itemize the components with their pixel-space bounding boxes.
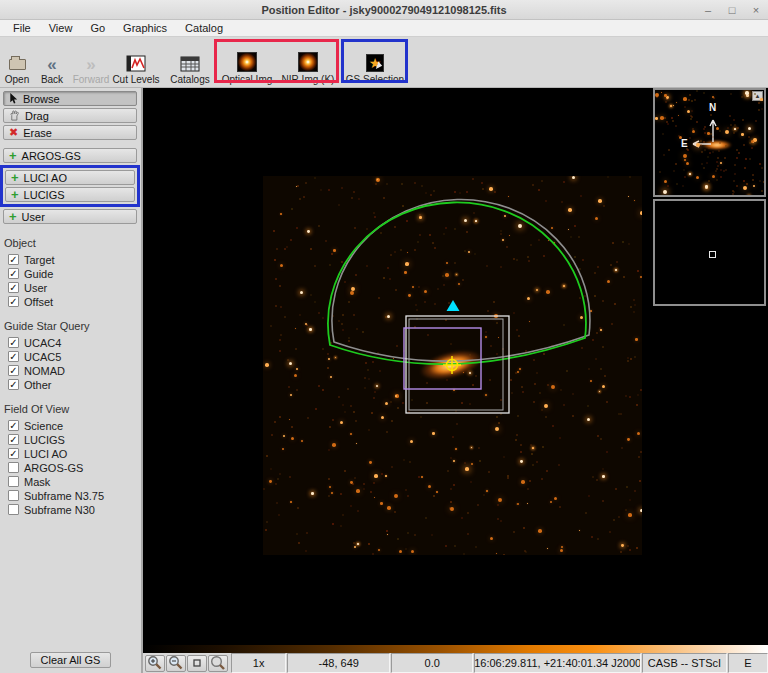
- section-title: Field Of View: [0, 403, 141, 415]
- forward-icon: »: [86, 58, 95, 72]
- add-luci-ao-button[interactable]: + LUCI AO: [5, 170, 135, 185]
- field-of-view-section: Field Of View Science LUCIGS LUCI AO ARG…: [0, 403, 141, 517]
- checkbox-user[interactable]: User: [0, 281, 141, 294]
- plus-icon: +: [11, 189, 19, 200]
- zoom-level-field: 1x: [231, 653, 286, 673]
- plus-icon: +: [11, 172, 19, 183]
- checkbox-target[interactable]: Target: [0, 253, 141, 266]
- compass-thumbnail-panel[interactable]: N E ▲: [653, 88, 766, 197]
- zoom-in-button[interactable]: [145, 655, 165, 672]
- nir-image-icon: [298, 52, 318, 72]
- section-title: Object: [0, 237, 141, 249]
- plus-icon: +: [9, 150, 17, 161]
- maximize-icon[interactable]: □: [726, 4, 738, 16]
- north-label: N: [709, 102, 716, 113]
- folder-icon: [9, 59, 26, 70]
- drag-tool-button[interactable]: Drag: [3, 108, 137, 123]
- optical-img-button[interactable]: Optical Img: [218, 40, 276, 85]
- sidebar: Browse Drag ✖ Erase + ARGOS-GS + LUCI AO: [0, 88, 143, 673]
- zoom-out-button[interactable]: [166, 655, 186, 672]
- pixel-coords-field: -48, 649: [287, 653, 390, 673]
- red-x-icon: ✖: [9, 127, 18, 138]
- checkbox-subframe-n375[interactable]: Subframe N3.75: [0, 489, 141, 502]
- titlebar: Position Editor - jsky900027904912109812…: [0, 0, 768, 20]
- catalogs-icon: [180, 56, 200, 72]
- statusbar: 1x -48, 649 0.0 16:06:29.811, +21:40:01.…: [143, 653, 768, 673]
- equinox-field: E: [728, 653, 768, 673]
- window-controls: – □ ×: [702, 0, 762, 20]
- sky-image[interactable]: [263, 176, 642, 555]
- actual-size-button[interactable]: [187, 655, 207, 672]
- plus-icon: +: [9, 211, 17, 222]
- cursor-arrow-icon: [9, 93, 18, 104]
- section-title: Guide Star Query: [0, 320, 141, 332]
- open-button[interactable]: Open: [0, 40, 34, 85]
- close-icon[interactable]: ×: [750, 4, 762, 16]
- window-title: Position Editor - jsky900027904912109812…: [0, 4, 768, 16]
- checkbox-mask[interactable]: Mask: [0, 475, 141, 488]
- menu-file[interactable]: File: [4, 22, 40, 34]
- menu-view[interactable]: View: [40, 22, 82, 34]
- survey-field: CASB -- STScI: [642, 653, 727, 673]
- add-argos-gs-button[interactable]: + ARGOS-GS: [3, 148, 137, 163]
- position-editor-window: Position Editor - jsky900027904912109812…: [0, 0, 768, 673]
- gs-selection-button[interactable]: ★ GS Selection: [344, 40, 406, 85]
- pan-rect[interactable]: [709, 251, 716, 258]
- checkbox-argos-gs-fov[interactable]: ARGOS-GS: [0, 461, 141, 474]
- menu-catalog[interactable]: Catalog: [176, 22, 232, 34]
- optical-image-icon: [237, 52, 257, 72]
- back-icon: «: [47, 58, 56, 72]
- browse-tool-button[interactable]: Browse: [3, 91, 137, 106]
- checkbox-luci-ao-fov[interactable]: LUCI AO: [0, 447, 141, 460]
- erase-tool-button[interactable]: ✖ Erase: [3, 125, 137, 140]
- world-coords-field: 16:06:29.811, +21:40:01.34 J2000: [474, 653, 641, 673]
- checkbox-lucigs-fov[interactable]: LUCIGS: [0, 433, 141, 446]
- cut-levels-button[interactable]: Cut Levels: [107, 40, 165, 85]
- pixel-value-field: 0.0: [391, 653, 473, 673]
- back-button[interactable]: « Back: [36, 40, 68, 85]
- checkbox-nomad[interactable]: NOMAD: [0, 364, 141, 377]
- blue-highlight-sidebar: + LUCI AO + LUCIGS: [0, 165, 140, 207]
- colormap-bar[interactable]: [143, 645, 768, 653]
- menu-go[interactable]: Go: [81, 22, 114, 34]
- object-section: Object Target Guide User Offset: [0, 237, 141, 309]
- hand-icon: [9, 110, 20, 121]
- checkbox-subframe-n30[interactable]: Subframe N30: [0, 503, 141, 516]
- checkbox-science[interactable]: Science: [0, 419, 141, 432]
- gs-selection-icon: ★: [366, 54, 384, 72]
- checkbox-guide[interactable]: Guide: [0, 267, 141, 280]
- add-user-button[interactable]: + User: [3, 209, 137, 224]
- galaxy: [417, 345, 485, 386]
- catalogs-button[interactable]: Catalogs: [164, 40, 216, 85]
- guide-star-query-section: Guide Star Query UCAC4 UCAC5 NOMAD Other: [0, 320, 141, 392]
- checkbox-ucac5[interactable]: UCAC5: [0, 350, 141, 363]
- minimize-icon[interactable]: –: [702, 4, 714, 16]
- pan-window-panel[interactable]: [653, 199, 766, 306]
- menubar: File View Go Graphics Catalog: [0, 20, 768, 37]
- add-lucigs-button[interactable]: + LUCIGS: [5, 187, 135, 202]
- image-canvas[interactable]: N E ▲: [143, 88, 768, 645]
- menu-graphics[interactable]: Graphics: [114, 22, 176, 34]
- magnify-button[interactable]: [208, 655, 228, 672]
- checkbox-other[interactable]: Other: [0, 378, 141, 391]
- nir-img-button[interactable]: NIR Img (K): [279, 40, 337, 85]
- toolbar: Open « Back » Forward Cut Levels Catalog…: [0, 37, 768, 88]
- cut-levels-icon: [126, 55, 146, 72]
- checkbox-offset[interactable]: Offset: [0, 295, 141, 308]
- clear-all-gs-button[interactable]: Clear All GS: [30, 652, 112, 668]
- checkbox-ucac4[interactable]: UCAC4: [0, 336, 141, 349]
